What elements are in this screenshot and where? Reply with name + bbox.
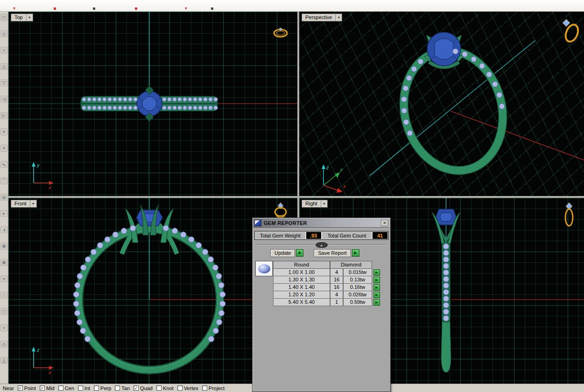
panel-collapse-control[interactable]: ▲ [253,242,390,247]
gem-size-cell: 5.40 X 5.40 [273,299,330,306]
collapse-arrow-icon[interactable]: ▲ [316,242,328,248]
osnap-checkbox[interactable]: ✓ [134,385,139,391]
melee-gem [443,289,449,295]
osnap-near[interactable]: Near [3,385,14,391]
tool-icon[interactable]: ○ [0,47,7,54]
viewport-title-label: Perspective [302,14,335,21]
row-select-icon[interactable]: ▶ [373,299,380,306]
tool-icon[interactable]: ▷ [0,112,7,119]
tool-icon[interactable]: ◇ [0,30,7,37]
osnap-perp[interactable]: Perp [94,385,111,391]
melee-gem [218,282,224,288]
osnap-label: Tan [121,385,130,391]
tool-icon[interactable]: △ [0,357,7,364]
osnap-int[interactable]: Int [78,385,90,391]
save-report-run-icon[interactable]: ▶ [352,249,359,257]
melee-gem [196,243,201,248]
tool-icon[interactable]: ◁ [0,96,7,103]
melee-gem [92,106,96,110]
tool-icon[interactable]: ◑ [0,226,7,233]
osnap-checkbox[interactable] [177,385,183,391]
tool-icon[interactable]: ▽ [0,79,7,86]
left-toolbar[interactable]: □◇○△▽◁▷+×∿⌒◎◐◑⊕⊗≈∴□○◇△ [0,12,8,384]
osnap-cen[interactable]: Cen [58,385,74,391]
tool-icon[interactable]: ⊗ [0,259,7,266]
osnap-tan[interactable]: Tan [115,385,130,391]
gem-reporter-titlebar[interactable]: GEM REPORTER ✕ [253,218,390,228]
melee-gem [216,319,222,325]
close-icon[interactable]: ✕ [381,220,388,226]
tool-icon[interactable]: ∴ [0,292,7,299]
tool-icon[interactable]: ◎ [0,194,7,201]
melee-gem [193,106,197,110]
tool-icon[interactable]: ∿ [0,161,7,168]
melee-gem [443,257,449,262]
melee-gem [172,228,177,234]
osnap-checkbox[interactable] [202,385,207,391]
melee-gem [162,98,166,101]
osnap-mid[interactable]: ✓Mid [40,385,55,391]
row-select-icon[interactable]: ▶ [373,277,380,283]
osnap-label: Knot [163,385,174,391]
osnap-checkbox[interactable] [58,385,63,391]
viewport-title-top[interactable]: Top ▼ [11,14,33,21]
viewport-menu-chevron-icon[interactable]: ▼ [321,200,327,207]
viewport-perspective[interactable]: Perspective ▼ z y x [299,12,584,196]
melee-gem [411,66,417,72]
tool-icon[interactable]: ◇ [0,341,7,348]
osnap-point[interactable]: ✓Point [18,385,36,391]
melee-gem [214,98,218,101]
osnap-project[interactable]: Project [202,385,225,391]
tool-icon[interactable]: ○ [0,324,7,331]
viewport-title-front[interactable]: Front ▼ [11,200,37,208]
melee-gem [168,106,171,110]
melee-gem [98,106,101,110]
melee-gem [178,98,182,101]
update-run-icon[interactable]: ▶ [296,249,303,257]
osnap-knot[interactable]: Knot [156,385,174,391]
gem-weight-cell: 0.015tw [343,269,372,276]
tool-icon[interactable]: ⊕ [0,243,7,250]
osnap-vertex[interactable]: Vertex [177,385,198,391]
osnap-checkbox[interactable]: ✓ [18,385,23,391]
tool-icon[interactable]: × [0,145,7,152]
melee-gem [103,98,106,101]
melee-gem [113,232,118,238]
melee-gem [209,98,212,101]
osnap-checkbox[interactable]: ✓ [40,385,45,391]
osnap-checkbox[interactable] [94,385,99,391]
osnap-checkbox[interactable] [156,385,162,391]
viewport-top[interactable]: Top ▼ y x [8,12,297,196]
total-gem-weight-label: Total Gem Weight [255,231,306,239]
row-select-icon[interactable]: ▶ [373,269,380,276]
gem-table: Round Diamond 1.00 X 1.0040.015tw▶1.30 X… [273,261,380,306]
update-button[interactable]: Update [270,249,295,257]
row-select-icon[interactable]: ▶ [373,284,380,291]
melee-gem [162,106,166,110]
osnap-label: Vertex [184,385,198,391]
row-select-icon[interactable]: ▶ [373,292,380,298]
tool-icon[interactable]: □ [0,308,7,315]
tool-icon[interactable]: □ [0,14,7,21]
gem-count-cell: 16 [330,284,343,291]
gem-reporter-app-icon [254,220,261,226]
save-report-button[interactable]: Save Report [314,249,351,257]
viewport-menu-chevron-icon[interactable]: ▼ [30,200,36,207]
osnap-label: Point [24,385,36,391]
osnap-quad[interactable]: ✓Quad [134,385,153,391]
viewport-menu-chevron-icon[interactable]: ▼ [26,14,33,21]
gem-totals-bar: Total Gem Weight .93 Total Gem Count 41 [254,231,388,240]
gem-size-cell: 1.30 X 1.30 [273,276,330,284]
tool-icon[interactable]: + [0,128,7,135]
melee-gem [85,257,91,262]
osnap-checkbox[interactable] [78,385,83,391]
viewport-title-perspective[interactable]: Perspective ▼ [302,14,342,21]
tool-icon[interactable]: △ [0,63,7,70]
melee-gem [181,232,186,238]
tool-icon[interactable]: ⌒ [0,177,7,184]
tool-icon[interactable]: ◐ [0,210,7,217]
viewport-title-right[interactable]: Right ▼ [302,200,328,208]
viewport-menu-chevron-icon[interactable]: ▼ [335,14,342,21]
tool-icon[interactable]: ≈ [0,275,7,282]
osnap-checkbox[interactable] [115,385,120,391]
